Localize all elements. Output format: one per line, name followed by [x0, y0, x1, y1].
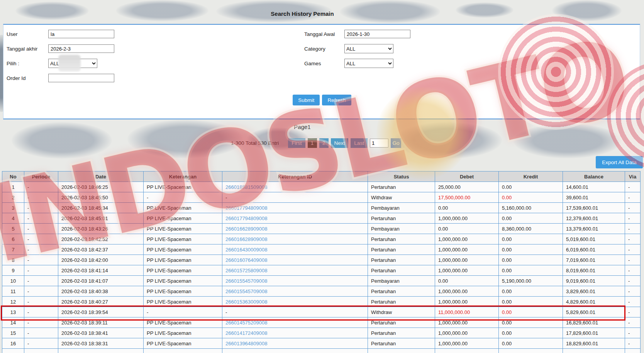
- order-id-input[interactable]: [48, 74, 114, 82]
- cell-kredit: 0.00: [499, 297, 563, 307]
- first-page-button[interactable]: First: [288, 138, 305, 148]
- keterangan-id-link[interactable]: 266016628909008: [222, 234, 368, 244]
- cell-debet: 1,000,000.00: [435, 297, 499, 307]
- pilih-label: Pilih :: [7, 61, 19, 66]
- table-row: 5 - 2026-02-03 18:43:26 PP LIVE-Spaceman…: [2, 224, 641, 234]
- cell-keterangan: PP LIVE-Spaceman: [144, 328, 222, 338]
- cell-no: 7: [2, 244, 24, 255]
- cell-balance: 9,019,600.01: [563, 276, 625, 286]
- cell-no: 8: [2, 255, 24, 265]
- table-row: 12 - 2026-02-03 18:40:27 PP LIVE-Spacema…: [2, 297, 641, 307]
- cell-periode: -: [24, 224, 58, 234]
- cell-debet: 1,000,000.00: [435, 213, 499, 224]
- cell-no: 11: [2, 286, 24, 297]
- cell-via: -: [625, 286, 641, 297]
- cell-date: 2026-02-03 18:39:11: [58, 317, 144, 328]
- results-summary: 1-300 Total 530 Entri: [231, 140, 279, 146]
- cell-kredit: 5,160,000.00: [499, 203, 563, 213]
- cell-balance: 7,019,600.01: [563, 255, 625, 265]
- cell-kredit: [499, 349, 563, 353]
- refresh-button[interactable]: Refresh: [322, 95, 351, 105]
- games-select[interactable]: ALL: [344, 59, 393, 68]
- cell-via: [625, 349, 641, 353]
- page-number-button-2[interactable]: 2: [319, 138, 329, 148]
- keterangan-id-link[interactable]: 266015725809008: [222, 265, 368, 276]
- last-page-button[interactable]: Last: [351, 138, 368, 148]
- category-select[interactable]: ALL: [344, 44, 393, 53]
- keterangan-id-link[interactable]: 266016430009008: [222, 244, 368, 255]
- cell-keterangan-id: -: [222, 307, 368, 317]
- keterangan-id-link[interactable]: 266017794809008: [222, 213, 368, 224]
- order-id-label: Order Id: [7, 75, 26, 81]
- export-all-data-button[interactable]: Export All Data: [596, 156, 643, 168]
- column-header-via: Via: [625, 171, 641, 182]
- table-row: 4 - 2026-02-03 18:45:01 PP LIVE-Spaceman…: [2, 213, 641, 224]
- cell-date: 2026-02-03 18:45:01: [58, 213, 144, 224]
- keterangan-id-link[interactable]: 266017794809008: [222, 203, 368, 213]
- cell-via: -: [625, 265, 641, 276]
- table-row: 10 - 2026-02-03 18:41:07 PP LIVE-Spacema…: [2, 276, 641, 286]
- keterangan-id-link[interactable]: 266015545709008: [222, 276, 368, 286]
- cell-debet: 1,000,000.00: [435, 317, 499, 328]
- submit-button[interactable]: Submit: [293, 95, 320, 105]
- cell-status: Pertaruhan: [368, 338, 435, 349]
- table-row: 15 - 2026-02-03 18:38:41 PP LIVE-Spacema…: [2, 328, 641, 338]
- cell-periode: -: [24, 182, 58, 192]
- games-label: Games: [304, 61, 321, 66]
- cell-keterangan: PP LIVE-Spaceman: [144, 297, 222, 307]
- cell-status: Withdraw: [368, 192, 435, 203]
- cell-no: 15: [2, 328, 24, 338]
- cell-balance: 8,019,600.01: [563, 265, 625, 276]
- cell-kredit: 0.00: [499, 182, 563, 192]
- keterangan-id-link[interactable]: 266013964809008: [222, 338, 368, 349]
- cell-periode: -: [24, 307, 58, 317]
- cell-no: 2: [2, 192, 24, 203]
- cell-balance: 13,379,600.01: [563, 224, 625, 234]
- goto-page-input[interactable]: [370, 139, 388, 148]
- tanggal-awal-input[interactable]: [344, 30, 410, 38]
- page-number-button-1[interactable]: 1: [308, 138, 317, 148]
- pagination-bar: 1-300 Total 530 Entri First 1 2 Next Las…: [231, 138, 401, 148]
- keterangan-id-link[interactable]: 266016076409008: [222, 255, 368, 265]
- cell-date: 2026-02-03 18:40:38: [58, 286, 144, 297]
- cell-date: 2026-02-03 18:41:07: [58, 276, 144, 286]
- cell-periode: -: [24, 328, 58, 338]
- cell-keterangan: -: [144, 307, 222, 317]
- cell-via: -: [625, 244, 641, 255]
- cell-via: -: [625, 328, 641, 338]
- cell-via: -: [625, 182, 641, 192]
- column-header-periode: Periode: [24, 171, 58, 182]
- keterangan-id-link[interactable]: 266015363009008: [222, 297, 368, 307]
- cell-no: 5: [2, 224, 24, 234]
- user-input[interactable]: [48, 30, 114, 38]
- cell-no: 14: [2, 317, 24, 328]
- next-page-button[interactable]: Next: [331, 138, 349, 148]
- go-button[interactable]: Go: [391, 138, 401, 148]
- cell-keterangan: -: [144, 192, 222, 203]
- column-header-no: No: [2, 171, 24, 182]
- keterangan-id-link[interactable]: 266014172409008: [222, 328, 368, 338]
- column-header-debet: Debet: [435, 171, 499, 182]
- keterangan-id-link[interactable]: 266016628909008: [222, 224, 368, 234]
- cell-debet: 1,000,000.00: [435, 328, 499, 338]
- cell-date: 2026-02-03 18:43:26: [58, 224, 144, 234]
- keterangan-id-link[interactable]: 266015545709008: [222, 286, 368, 297]
- table-row: 6 - 2026-02-03 18:42:52 PP LIVE-Spaceman…: [2, 234, 641, 244]
- cell-debet: 0.00: [435, 276, 499, 286]
- cell-status: Pertaruhan: [368, 317, 435, 328]
- cell-balance: 39,600.01: [563, 192, 625, 203]
- cell-periode: [24, 349, 58, 353]
- cell-no: 12: [2, 297, 24, 307]
- keterangan-id-link[interactable]: 266018581509008: [222, 182, 368, 192]
- cell-date: 2026-02-03 18:46:25: [58, 182, 144, 192]
- cell-periode: -: [24, 192, 58, 203]
- cell-kredit: 8,360,000.00: [499, 224, 563, 234]
- keterangan-id-link[interactable]: 266014575209008: [222, 317, 368, 328]
- cell-date: [58, 349, 144, 353]
- table-row: 16 - 2026-02-03 18:38:31 PP LIVE-Spacema…: [2, 338, 641, 349]
- cell-keterangan: PP LIVE-Spaceman: [144, 276, 222, 286]
- cell-kredit: 0.00: [499, 213, 563, 224]
- page-indicator: Page1: [0, 124, 605, 130]
- tanggal-akhir-input[interactable]: [48, 44, 114, 53]
- cell-balance: [563, 349, 625, 353]
